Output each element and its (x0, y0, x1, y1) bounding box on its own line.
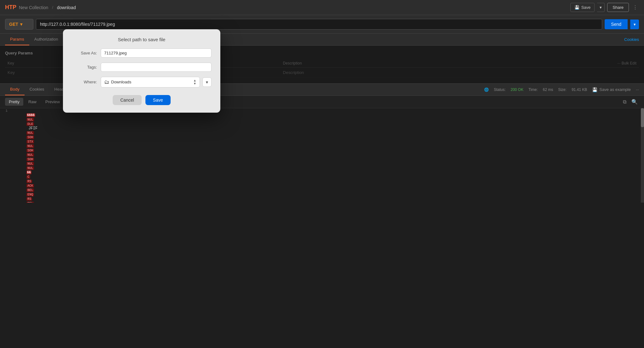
search-button[interactable]: 🔍 (630, 98, 639, 106)
method-select[interactable]: GET ▾ (5, 19, 33, 30)
view-tab-raw[interactable]: Raw (25, 98, 40, 106)
save-label: Save (581, 5, 591, 10)
url-input[interactable] (36, 19, 602, 30)
line-content-1: ���� NUL DLE JFIF NUL SOH STX NUL SOH NU… (13, 109, 644, 203)
globe-icon: 🌐 (484, 87, 489, 92)
size-label: Size: (558, 87, 567, 92)
modal-overlay: Select path to save file Save As: Tags: … (0, 46, 644, 83)
save-button[interactable]: 💾 Save (570, 3, 595, 12)
line-number-1: 1 (0, 109, 13, 203)
time-value: 62 ms (543, 87, 553, 92)
view-tab-preview[interactable]: Preview (42, 98, 64, 106)
code-area: 1 ���� NUL DLE JFIF NUL SOH STX NUL SOH … (0, 108, 644, 203)
cookies-link[interactable]: Cookies (624, 37, 639, 42)
modal-save-button[interactable]: Save (145, 95, 171, 105)
top-bar: HTP New Collection / download 💾 Save ▾ S… (0, 0, 644, 15)
more-options-button[interactable]: ⋮ (631, 3, 639, 12)
code-line-1: 1 ���� NUL DLE JFIF NUL SOH STX NUL SOH … (0, 108, 644, 203)
tab-authorization[interactable]: Authorization (29, 34, 63, 45)
collection-link[interactable]: New Collection (19, 5, 48, 10)
save-icon: 💾 (574, 5, 579, 10)
save-file-modal: Select path to save file Save As: Tags: … (63, 29, 220, 113)
status-value: 200 OK (511, 87, 523, 92)
response-more-button[interactable]: ··· (636, 87, 639, 92)
time-label: Time: (528, 87, 538, 92)
view-tab-pretty[interactable]: Pretty (5, 98, 23, 106)
status-label: Status: (494, 87, 506, 92)
save-dropdown-button[interactable]: ▾ (597, 3, 605, 12)
expand-button[interactable]: ▾ (202, 77, 212, 87)
view-tabs-right: ⧉ 🔍 (622, 98, 639, 106)
tags-label: Tags: (72, 65, 97, 70)
copy-button[interactable]: ⧉ (622, 98, 628, 106)
breadcrumb-area: HTP New Collection / download (5, 4, 76, 11)
method-value: GET (9, 22, 18, 27)
modal-actions: Cancel Save (72, 95, 212, 105)
scrollbar[interactable] (641, 108, 644, 203)
method-arrow: ▾ (20, 22, 22, 27)
modal-title: Select path to save file (72, 37, 212, 42)
breadcrumb-separator: / (52, 5, 53, 10)
scrollbar-thumb[interactable] (641, 108, 644, 127)
save-as-input[interactable] (101, 48, 212, 58)
size-value: 91.41 KB (572, 87, 587, 92)
binary-chunk: ���� (26, 113, 35, 117)
location-value: Downloads (111, 80, 191, 84)
cancel-button[interactable]: Cancel (113, 95, 142, 105)
share-button[interactable]: Share (607, 3, 629, 12)
folder-icon: 🗂 (104, 79, 109, 85)
save-example-label: Save as example (599, 87, 631, 92)
tab-params[interactable]: Params (5, 34, 29, 45)
app-logo: HTP (5, 4, 16, 11)
current-page: download (57, 5, 76, 10)
save-example-icon: 💾 (592, 87, 597, 92)
content-wrapper: Query Params Key Description ··· Bulk Ed… (0, 46, 644, 83)
where-label: Where: (72, 80, 97, 84)
save-as-row: Save As: (72, 48, 212, 58)
tags-row: Tags: (72, 63, 212, 72)
response-tab-body[interactable]: Body (5, 84, 25, 95)
where-select-area: 🗂 Downloads ▲▼ ▾ (101, 77, 212, 87)
save-as-label: Save As: (72, 51, 97, 55)
location-select[interactable]: 🗂 Downloads ▲▼ (101, 77, 200, 87)
send-button[interactable]: Send (605, 19, 628, 29)
response-metadata: 🌐 Status: 200 OK Time: 62 ms Size: 91.41… (484, 87, 639, 92)
tags-input[interactable] (101, 63, 212, 72)
send-dropdown-button[interactable]: ▾ (630, 20, 639, 29)
top-actions: 💾 Save ▾ Share ⋮ (570, 3, 639, 12)
where-row: Where: 🗂 Downloads ▲▼ ▾ (72, 77, 212, 87)
save-as-example-button[interactable]: 💾 Save as example (592, 87, 631, 92)
select-arrows: ▲▼ (193, 79, 196, 85)
response-tab-cookies[interactable]: Cookies (25, 84, 49, 95)
